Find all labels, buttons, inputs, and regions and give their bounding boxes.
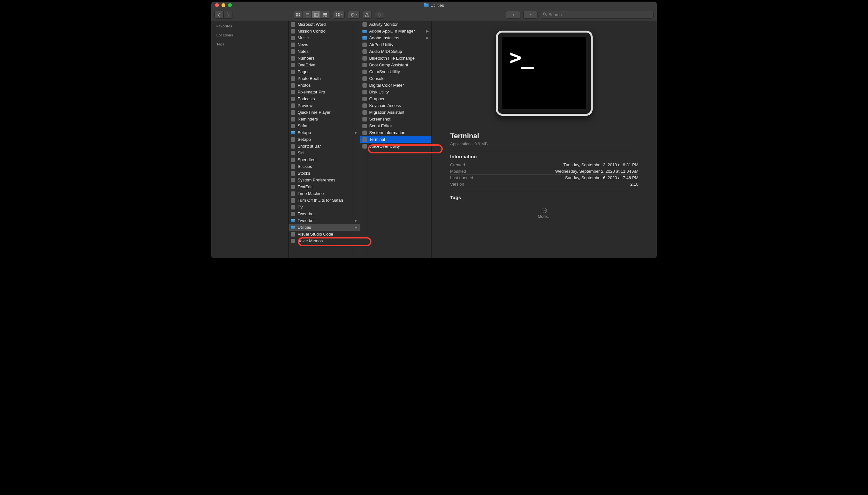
icon-view-button[interactable] — [294, 11, 303, 19]
applications-item[interactable]: System Preferences — [288, 176, 360, 183]
action-menu-button[interactable]: ▾ — [348, 11, 360, 19]
applications-item[interactable]: Utilities▶ — [288, 224, 360, 231]
column-view-button[interactable] — [312, 11, 321, 19]
applications-item[interactable]: Pages — [288, 68, 360, 75]
svg-rect-2 — [296, 15, 298, 16]
utilities-item[interactable]: Digital Color Meter — [360, 82, 431, 89]
sidebar-section-locations[interactable]: Locations — [211, 32, 288, 38]
applications-item[interactable]: Visual Studio Code — [288, 231, 360, 238]
applications-item[interactable]: Safari — [288, 122, 360, 129]
more-label: More… — [538, 214, 550, 219]
column-utilities[interactable]: Activity MonitorAdobe Appl…n Manager▶Ado… — [360, 21, 432, 258]
traffic-lights — [211, 3, 232, 7]
applications-item[interactable]: Pixelmator Pro — [288, 89, 360, 96]
back-button[interactable] — [214, 11, 223, 19]
folder-icon — [290, 225, 296, 230]
path-dropdown-2[interactable]: ▾ — [523, 11, 537, 19]
item-label: Setapp — [298, 130, 353, 135]
applications-item[interactable]: Music — [288, 34, 360, 41]
applications-item[interactable]: Turn Off th…ts for Safari — [288, 197, 360, 204]
applications-item[interactable]: Tweetbot▶ — [288, 217, 360, 224]
applications-item[interactable]: Speedtest — [288, 156, 360, 163]
utilities-item[interactable]: VoiceOver Utility — [360, 143, 431, 150]
utilities-item[interactable]: Keychain Access — [360, 102, 431, 109]
applications-item[interactable]: TextEdit — [288, 183, 360, 190]
applications-item[interactable]: Voice Memos — [288, 238, 360, 244]
sidebar-section-tags[interactable]: Tags — [211, 41, 288, 47]
close-button[interactable] — [215, 3, 219, 7]
forward-button[interactable] — [223, 11, 233, 19]
path-dropdown-1[interactable]: ▾ — [506, 11, 520, 19]
utilities-item[interactable]: Bluetooth File Exchange — [360, 55, 431, 62]
app-icon — [362, 42, 367, 47]
utilities-item[interactable]: Disk Utility — [360, 89, 431, 96]
applications-item[interactable]: Setapp▶ — [288, 129, 360, 136]
item-label: Numbers — [298, 56, 357, 61]
preview-metadata: Terminal Application - 9.9 MB Informatio… — [450, 132, 638, 219]
utilities-item[interactable]: Boot Camp Assistant — [360, 62, 431, 68]
arrange-button[interactable]: ▾ — [333, 11, 345, 19]
utilities-item[interactable]: Grapher — [360, 96, 431, 102]
applications-item[interactable]: Photo Booth — [288, 75, 360, 82]
applications-item[interactable]: Shortcut Bar — [288, 143, 360, 150]
item-label: Speedtest — [298, 157, 357, 162]
applications-item[interactable]: Stocks — [288, 170, 360, 176]
maximize-button[interactable] — [228, 3, 232, 7]
applications-item[interactable]: News — [288, 41, 360, 48]
applications-item[interactable]: Mission Control — [288, 28, 360, 34]
utilities-item[interactable]: AirPort Utility — [360, 41, 431, 48]
titlebar: Utilities — [211, 2, 657, 9]
utilities-item[interactable]: Script Editor — [360, 122, 431, 129]
utilities-item[interactable]: Adobe Appl…n Manager▶ — [360, 28, 431, 34]
applications-item[interactable]: Stickies — [288, 163, 360, 170]
applications-item[interactable]: TV — [288, 204, 360, 210]
app-icon — [362, 49, 367, 54]
utilities-item[interactable]: Console — [360, 75, 431, 82]
applications-item[interactable]: Setapp — [288, 136, 360, 143]
item-label: Microsoft Word — [298, 22, 357, 27]
utilities-item[interactable]: Adobe Installers▶ — [360, 34, 431, 41]
app-icon — [290, 144, 296, 149]
svg-point-21 — [544, 13, 546, 15]
sidebar-section-favorites[interactable]: Favorites — [211, 23, 288, 29]
applications-item[interactable]: Notes — [288, 48, 360, 55]
utilities-item[interactable]: Audio MIDI Setup — [360, 48, 431, 55]
utilities-item[interactable]: ColorSync Utility — [360, 68, 431, 75]
item-label: Turn Off th…ts for Safari — [298, 198, 357, 203]
applications-item[interactable]: Tweetbot — [288, 210, 360, 217]
applications-item[interactable]: Reminders — [288, 116, 360, 122]
utilities-item[interactable]: Screenshot — [360, 116, 431, 122]
applications-item[interactable]: Preview — [288, 102, 360, 109]
applications-item[interactable]: Microsoft Word — [288, 21, 360, 28]
utilities-item[interactable]: Terminal — [360, 136, 431, 143]
list-view-button[interactable] — [303, 11, 312, 19]
minimize-button[interactable] — [221, 3, 226, 7]
column-applications[interactable]: Microsoft WordMission ControlMusicNewsNo… — [288, 21, 360, 258]
utilities-item[interactable]: System Information — [360, 129, 431, 136]
utilities-item[interactable]: Activity Monitor — [360, 21, 431, 28]
applications-item[interactable]: Photos — [288, 82, 360, 89]
applications-item[interactable]: Siri — [288, 150, 360, 156]
applications-item[interactable]: OneDrive — [288, 62, 360, 68]
svg-rect-16 — [336, 15, 337, 16]
app-icon — [362, 117, 367, 122]
applications-item[interactable]: QuickTime Player — [288, 109, 360, 116]
gallery-view-button[interactable] — [321, 11, 330, 19]
search-input[interactable] — [549, 12, 651, 17]
share-button[interactable] — [363, 11, 372, 19]
utilities-item[interactable]: Migration Assistant — [360, 109, 431, 116]
app-icon — [290, 103, 296, 108]
item-label: VoiceOver Utility — [369, 144, 429, 149]
item-label: Notes — [298, 49, 357, 54]
applications-item[interactable]: Numbers — [288, 55, 360, 62]
tags-button[interactable] — [375, 11, 384, 19]
info-key: Modified — [450, 169, 466, 174]
tags-heading: Tags — [450, 192, 638, 203]
applications-item[interactable]: Time Machine — [288, 190, 360, 197]
item-label: Photo Booth — [298, 76, 357, 81]
search-field-wrap[interactable] — [541, 11, 654, 19]
applications-item[interactable]: Podcasts — [288, 96, 360, 102]
svg-rect-0 — [296, 13, 298, 15]
item-label: TV — [298, 205, 357, 209]
more-control[interactable]: ⋯ More… — [450, 208, 638, 219]
